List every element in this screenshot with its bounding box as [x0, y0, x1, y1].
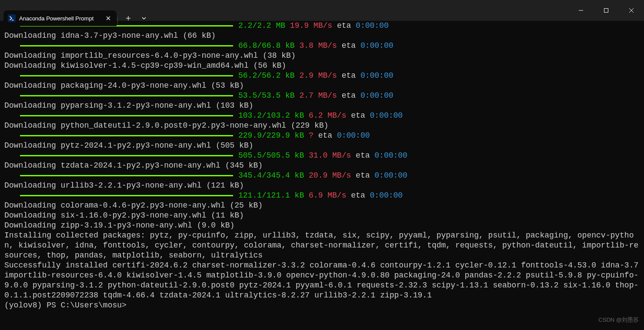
tab-strip: Anaconda Powershell Prompt	[0, 0, 152, 26]
progress-bar	[20, 115, 233, 116]
progress-stats: 66.8/66.8 kB 3.8 MB/s eta 0:00:00	[238, 41, 394, 51]
maximize-button[interactable]	[594, 0, 619, 21]
new-tab-button[interactable]	[120, 10, 136, 26]
progress-bar	[20, 195, 233, 196]
progress-stats: 121.1/121.1 kB 6.9 MB/s eta 0:00:00	[238, 191, 403, 201]
terminal-line: Successfully installed certifi-2024.6.2 …	[4, 261, 640, 300]
terminal-output[interactable]: 2.2/2.2 MB 19.9 MB/s eta 0:00:00Download…	[0, 21, 644, 310]
progress-line: 121.1/121.1 kB 6.9 MB/s eta 0:00:00	[4, 191, 640, 201]
progress-stats: 56.2/56.2 kB 2.9 MB/s eta 0:00:00	[238, 71, 394, 81]
progress-stats: 103.2/103.2 kB 6.2 MB/s eta 0:00:00	[238, 111, 403, 121]
terminal-line: Downloading six-1.16.0-py2.py3-none-any.…	[4, 211, 640, 221]
terminal-line: Downloading tzdata-2024.1-py2.py3-none-a…	[4, 161, 640, 171]
svg-rect-6	[604, 9, 608, 13]
terminal-line: Downloading colorama-0.4.6-py2.py3-none-…	[4, 201, 640, 211]
close-window-button[interactable]	[619, 0, 644, 21]
terminal-line: Downloading urllib3-2.2.1-py3-none-any.w…	[4, 181, 640, 191]
progress-stats: 229.9/229.9 kB ? eta 0:00:00	[238, 131, 370, 141]
terminal-line: Downloading pytz-2024.1-py2.py3-none-any…	[4, 141, 640, 151]
window-controls	[568, 0, 644, 21]
powershell-icon	[8, 14, 16, 22]
tab-dropdown-button[interactable]	[136, 10, 152, 26]
tab-active[interactable]: Anaconda Powershell Prompt	[3, 10, 117, 26]
terminal-line: Downloading idna-3.7-py3-none-any.whl (6…	[4, 31, 640, 41]
progress-stats: 2.2/2.2 MB 19.9 MB/s eta 0:00:00	[238, 21, 389, 31]
terminal-line: (yolov8) PS C:\Users\mosu>	[4, 300, 640, 310]
terminal-line: Installing collected packages: pytz, py-…	[4, 231, 640, 261]
tab-divider	[117, 17, 118, 26]
terminal-line: Downloading importlib_resources-6.4.0-py…	[4, 51, 640, 61]
minimize-button[interactable]	[568, 0, 594, 21]
progress-line: 56.2/56.2 kB 2.9 MB/s eta 0:00:00	[4, 71, 640, 81]
titlebar: Anaconda Powershell Prompt	[0, 0, 644, 21]
progress-stats: 53.5/53.5 kB 2.7 MB/s eta 0:00:00	[238, 91, 394, 101]
tab-title: Anaconda Powershell Prompt	[19, 15, 101, 22]
progress-stats: 505.5/505.5 kB 31.0 MB/s eta 0:00:00	[238, 151, 407, 161]
progress-bar	[20, 75, 233, 76]
progress-stats: 345.4/345.4 kB 20.9 MB/s eta 0:00:00	[238, 171, 407, 181]
terminal-line: Downloading kiwisolver-1.4.5-cp39-cp39-w…	[4, 61, 640, 71]
progress-bar	[20, 95, 233, 96]
progress-line: 103.2/103.2 kB 6.2 MB/s eta 0:00:00	[4, 111, 640, 121]
progress-bar	[20, 175, 233, 176]
tab-close-button[interactable]	[104, 14, 112, 22]
progress-bar	[20, 135, 233, 136]
watermark: CSDN @刘墨苏	[598, 316, 639, 324]
terminal-line: Downloading packaging-24.0-py3-none-any.…	[4, 81, 640, 91]
progress-line: 505.5/505.5 kB 31.0 MB/s eta 0:00:00	[4, 151, 640, 161]
progress-line: 229.9/229.9 kB ? eta 0:00:00	[4, 131, 640, 141]
progress-bar	[20, 45, 233, 46]
progress-line: 66.8/66.8 kB 3.8 MB/s eta 0:00:00	[4, 41, 640, 51]
terminal-line: Downloading zipp-3.19.1-py3-none-any.whl…	[4, 221, 640, 231]
terminal-line: Downloading pyparsing-3.1.2-py3-none-any…	[4, 101, 640, 111]
progress-line: 53.5/53.5 kB 2.7 MB/s eta 0:00:00	[4, 91, 640, 101]
progress-bar	[20, 155, 233, 156]
progress-line: 345.4/345.4 kB 20.9 MB/s eta 0:00:00	[4, 171, 640, 181]
terminal-line: Downloading python_dateutil-2.9.0.post0-…	[4, 121, 640, 131]
